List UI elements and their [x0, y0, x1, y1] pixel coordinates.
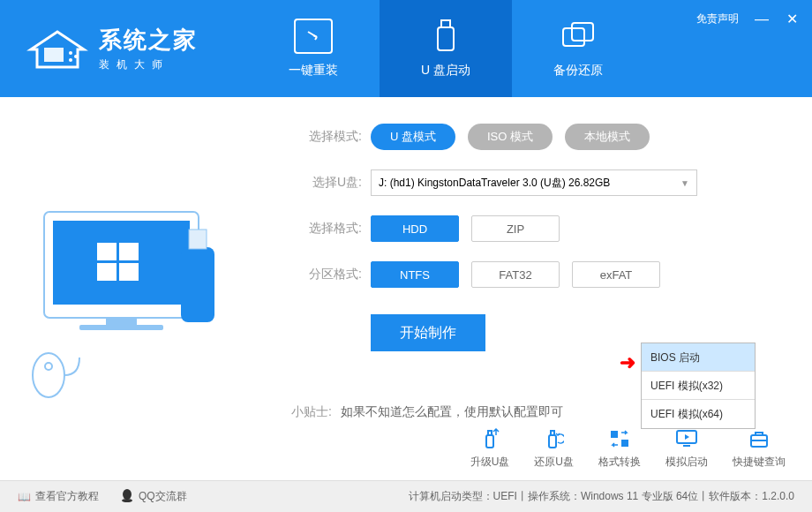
- tool-label: 还原U盘: [534, 455, 574, 470]
- partition-exfat-button[interactable]: exFAT: [572, 261, 660, 288]
- svg-rect-4: [441, 20, 450, 27]
- svg-rect-11: [119, 243, 139, 260]
- tutorial-link[interactable]: 📖 查看官方教程: [18, 489, 99, 504]
- popup-item-uefi32[interactable]: UEFI 模拟(x32): [642, 372, 755, 400]
- partition-row: 分区格式: NTFS FAT32 exFAT: [291, 261, 777, 288]
- svg-rect-12: [97, 263, 117, 281]
- usb-icon: [426, 19, 465, 54]
- monitor-icon: [294, 19, 333, 54]
- svg-rect-17: [189, 230, 207, 249]
- tool-label: 快捷键查询: [733, 455, 786, 470]
- footer-bar: 📖 查看官方教程 QQ交流群 计算机启动类型：UEFI丨操作系统：Windows…: [0, 480, 812, 512]
- backup-icon: [559, 19, 598, 54]
- tab-usb-boot[interactable]: U 盘启动: [380, 0, 512, 97]
- svg-rect-23: [551, 431, 554, 435]
- tool-format-convert[interactable]: 格式转换: [598, 427, 641, 470]
- svg-rect-5: [438, 27, 454, 50]
- svg-point-1: [69, 58, 72, 62]
- svg-rect-21: [488, 431, 492, 435]
- boot-mode-popup: BIOS 启动 UEFI 模拟(x32) UEFI 模拟(x64): [641, 343, 756, 429]
- svg-rect-6: [563, 28, 584, 46]
- mode-row: 选择模式: U 盘模式 ISO 模式 本地模式: [291, 124, 777, 150]
- svg-rect-14: [106, 318, 137, 325]
- svg-rect-25: [621, 440, 628, 447]
- illustration: [26, 185, 256, 380]
- svg-rect-7: [572, 23, 593, 41]
- usb-up-icon: [478, 427, 501, 450]
- svg-rect-16: [181, 247, 214, 322]
- qq-label: QQ交流群: [139, 489, 187, 504]
- usb-select[interactable]: J: (hd1) KingstonDataTraveler 3.0 (U盘) 2…: [371, 169, 697, 196]
- partition-label: 分区格式:: [291, 267, 362, 282]
- format-hdd-button[interactable]: HDD: [371, 215, 459, 242]
- tip-text: 如果不知道怎么配置，使用默认配置即可: [341, 404, 563, 420]
- qq-group-link[interactable]: QQ交流群: [120, 488, 187, 505]
- nav-tabs: 一键重装 U 盘启动 备份还原: [247, 0, 644, 97]
- svg-point-19: [45, 363, 52, 370]
- window-controls: 免责声明 — ✕: [696, 11, 799, 27]
- tool-label: 模拟启动: [665, 455, 708, 470]
- format-label: 选择格式:: [291, 221, 362, 237]
- status-text: 计算机启动类型：UEFI丨操作系统：Windows 11 专业版 64位丨软件版…: [409, 489, 794, 504]
- svg-point-31: [122, 499, 132, 502]
- partition-ntfs-button[interactable]: NTFS: [371, 261, 459, 288]
- tool-label: 格式转换: [598, 455, 641, 470]
- svg-rect-24: [611, 431, 618, 438]
- tool-upgrade-usb[interactable]: 升级U盘: [470, 427, 510, 470]
- logo-icon: [26, 25, 88, 73]
- usb-value: J: (hd1) KingstonDataTraveler 3.0 (U盘) 2…: [379, 176, 610, 191]
- svg-rect-15: [79, 325, 163, 330]
- svg-point-3: [69, 51, 72, 55]
- svg-point-18: [33, 353, 64, 397]
- footer-left: 📖 查看官方教程 QQ交流群: [18, 488, 187, 505]
- svg-rect-0: [44, 48, 64, 62]
- qq-icon: [120, 488, 134, 505]
- tab-label: U 盘启动: [421, 63, 470, 79]
- mode-usb-button[interactable]: U 盘模式: [371, 124, 455, 150]
- convert-icon: [608, 427, 631, 450]
- svg-point-2: [74, 55, 78, 58]
- svg-rect-13: [119, 263, 139, 281]
- format-row: 选择格式: HDD ZIP: [291, 215, 777, 242]
- usb-label: 选择U盘:: [291, 175, 362, 191]
- tab-backup[interactable]: 备份还原: [512, 0, 644, 97]
- logo-area: 系统之家 装机大师: [0, 0, 247, 97]
- tool-label: 升级U盘: [470, 455, 510, 470]
- tab-reinstall[interactable]: 一键重装: [247, 0, 380, 97]
- mode-local-button[interactable]: 本地模式: [565, 124, 650, 150]
- start-button[interactable]: 开始制作: [371, 314, 485, 351]
- usb-restore-icon: [543, 427, 566, 450]
- disclaimer-link[interactable]: 免责声明: [696, 11, 739, 26]
- svg-rect-9: [53, 221, 190, 305]
- tutorial-label: 查看官方教程: [35, 489, 99, 504]
- tool-restore-usb[interactable]: 还原U盘: [534, 427, 574, 470]
- usb-row: 选择U盘: J: (hd1) KingstonDataTraveler 3.0 …: [291, 169, 777, 196]
- logo-subtitle: 装机大师: [99, 57, 198, 72]
- header-bar: 系统之家 装机大师 一键重装 U 盘启动 备份还原 免责声明 — ✕: [0, 0, 812, 97]
- arrow-annotation-icon: ➜: [620, 351, 635, 374]
- svg-rect-10: [97, 243, 117, 260]
- popup-item-uefi64[interactable]: UEFI 模拟(x64): [642, 400, 755, 428]
- format-zip-button[interactable]: ZIP: [471, 215, 560, 242]
- svg-rect-27: [683, 445, 690, 447]
- tool-simulate-boot[interactable]: 模拟启动: [665, 427, 708, 470]
- tab-label: 一键重装: [289, 63, 338, 79]
- popup-item-bios[interactable]: BIOS 启动: [642, 343, 755, 372]
- svg-rect-22: [549, 435, 556, 448]
- tab-label: 备份还原: [553, 63, 603, 79]
- mode-iso-button[interactable]: ISO 模式: [468, 124, 553, 150]
- logo-text: 系统之家 装机大师: [99, 25, 198, 72]
- minimize-button[interactable]: —: [755, 11, 769, 27]
- mode-label: 选择模式:: [291, 129, 362, 145]
- partition-fat32-button[interactable]: FAT32: [471, 261, 560, 288]
- close-button[interactable]: ✕: [785, 11, 799, 27]
- book-icon: 📖: [18, 491, 31, 503]
- monitor-play-icon: [675, 427, 698, 450]
- chevron-down-icon: ▼: [680, 178, 689, 188]
- main-content: 选择模式: U 盘模式 ISO 模式 本地模式 选择U盘: J: (hd1) K…: [0, 97, 812, 480]
- tool-hotkey-query[interactable]: 快捷键查询: [733, 427, 786, 470]
- briefcase-icon: [748, 427, 771, 450]
- bottom-toolbar: 升级U盘 还原U盘 格式转换 模拟启动 快捷键查询: [470, 427, 786, 470]
- tip-label: 小贴士:: [291, 404, 332, 420]
- svg-point-30: [123, 489, 132, 500]
